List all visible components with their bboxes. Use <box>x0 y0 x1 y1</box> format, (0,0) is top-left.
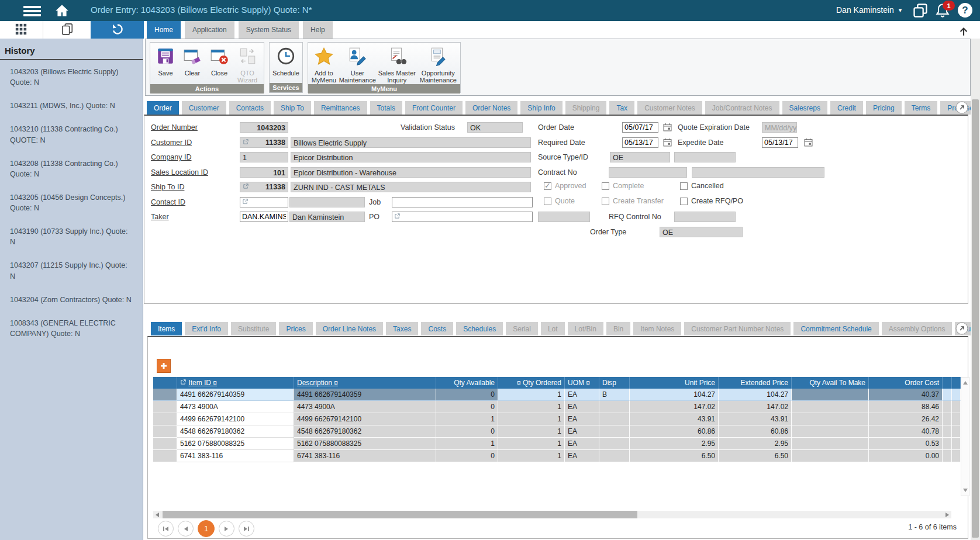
grid-header-qty-ordered[interactable]: ¤ Qty Ordered <box>498 377 565 389</box>
cell-disp[interactable] <box>599 425 630 438</box>
table-row[interactable]: 4473 4900A 4473 4900A 0 1 EA 147.02 147.… <box>153 401 961 413</box>
cell-unit-price[interactable]: 104.27 <box>630 389 719 401</box>
tab-credit[interactable]: Credit <box>830 101 863 115</box>
cell-item-id[interactable]: 5162 075880088325 <box>177 438 294 450</box>
tab-totals[interactable]: Totals <box>370 101 402 115</box>
history-item[interactable]: 1008343 (GENERAL ELECTRIC COMPANY) Quote… <box>0 311 143 345</box>
cell-extended-price[interactable]: 43.91 <box>719 413 792 425</box>
contact-id-label[interactable]: Contact ID <box>151 198 185 206</box>
table-row[interactable]: 5162 075880088325 5162 075880088325 1 1 … <box>153 438 961 450</box>
grid-vertical-scrollbar[interactable] <box>961 377 969 496</box>
cell-qty-avail-to-make[interactable] <box>792 389 869 401</box>
ship-to-id-label[interactable]: Ship To ID <box>151 183 184 191</box>
expand-order-section-icon[interactable] <box>955 101 968 116</box>
cell-qty-ordered[interactable]: 1 <box>498 401 565 413</box>
cell-description[interactable]: 6741 383-116 <box>294 450 436 462</box>
cell-uom[interactable]: EA <box>565 389 599 401</box>
tab-costs[interactable]: Costs <box>421 322 453 335</box>
row-selector-cell[interactable] <box>153 389 177 401</box>
link-out-icon[interactable] <box>243 182 249 192</box>
history-item[interactable]: 1043210 (11338 Contracting Co.) QUOTE: N <box>0 117 143 151</box>
cell-unit-price[interactable]: 147.02 <box>630 401 719 413</box>
cell-qty-ordered[interactable]: 1 <box>498 413 565 425</box>
tab-order-notes[interactable]: Order Notes <box>465 101 517 115</box>
history-item[interactable]: 1043190 (10733 Supply Inc.) Quote: N <box>0 220 143 254</box>
tab-ship-to[interactable]: Ship To <box>274 101 311 115</box>
ribbon-tab-home[interactable]: Home <box>147 21 181 39</box>
expedite-date-input[interactable] <box>764 139 796 147</box>
cell-extended-price[interactable]: 60.86 <box>719 425 792 438</box>
taker-input[interactable] <box>242 213 286 221</box>
cell-qty-available[interactable]: 0 <box>436 389 498 401</box>
scroll-right-icon[interactable] <box>943 511 951 518</box>
cell-item-id[interactable]: 4499 662679142100 <box>177 413 294 425</box>
link-out-icon[interactable] <box>180 379 187 387</box>
cell-qty-ordered[interactable]: 1 <box>498 438 565 450</box>
po-field[interactable] <box>392 212 533 222</box>
tab-contacts[interactable]: Contacts <box>229 101 271 115</box>
tab-items[interactable]: Items <box>151 322 182 335</box>
grid-header-unit-price[interactable]: Unit Price <box>630 377 719 389</box>
history-item[interactable]: 1043205 (10456 Design Concepts.) Quote: … <box>0 186 143 220</box>
grid-header-order-cost[interactable]: Order Cost <box>869 377 943 389</box>
add-line-item-button[interactable] <box>157 359 171 373</box>
tab-remittances[interactable]: Remittances <box>314 101 367 115</box>
pagination-last-button[interactable] <box>239 521 254 536</box>
pagination-prev-button[interactable] <box>178 521 194 536</box>
cell-uom[interactable]: EA <box>565 425 599 438</box>
cell-order-cost[interactable]: 88.46 <box>869 401 943 413</box>
cell-disp[interactable] <box>599 401 630 413</box>
tab-commitment-schedule[interactable]: Commitment Schedule <box>793 322 878 335</box>
hamburger-menu-icon[interactable] <box>23 4 41 18</box>
job-field[interactable] <box>392 197 533 207</box>
schedule-button[interactable]: Schedule <box>271 44 301 77</box>
cell-disp[interactable]: B <box>599 389 630 401</box>
pagination-next-button[interactable] <box>219 521 234 536</box>
save-button[interactable]: Save <box>152 44 179 77</box>
cell-qty-avail-to-make[interactable] <box>792 401 869 413</box>
row-selector-cell[interactable] <box>153 413 177 425</box>
cell-order-cost[interactable]: 40.78 <box>869 425 943 438</box>
row-selector-cell[interactable] <box>153 438 177 450</box>
calendar-icon[interactable] <box>663 123 672 133</box>
help-icon[interactable]: ? <box>958 3 972 18</box>
customer-id-label[interactable]: Customer ID <box>151 139 192 147</box>
pagination-first-button[interactable] <box>158 521 174 536</box>
history-panel-button[interactable] <box>91 21 144 39</box>
tab-salesreps[interactable]: Salesreps <box>782 101 827 115</box>
row-selector-cell[interactable] <box>153 425 177 438</box>
opportunity-maintenance-button[interactable]: Opportunity Maintenance <box>417 44 459 84</box>
cell-extended-price[interactable]: 2.95 <box>719 438 792 450</box>
cell-uom[interactable]: EA <box>565 401 599 413</box>
grid-header-extended-price[interactable]: Extended Price <box>719 377 792 389</box>
grid-horizontal-scrollbar[interactable] <box>153 511 951 518</box>
cell-item-id[interactable]: 4491 662679140359 <box>177 389 294 401</box>
home-icon[interactable] <box>54 3 70 20</box>
grid-header-description[interactable]: Description ¤ <box>294 377 436 389</box>
grid-header-item-id[interactable]: Item ID ¤ <box>177 377 294 389</box>
cell-disp[interactable] <box>599 413 630 425</box>
tab-schedules[interactable]: Schedules <box>456 322 503 335</box>
order-date-field[interactable] <box>622 122 658 133</box>
cell-qty-ordered[interactable]: 1 <box>498 450 565 462</box>
table-row[interactable]: 4491 662679140359 4491 662679140359 0 1 … <box>153 389 961 401</box>
pagination-current-page[interactable]: 1 <box>198 520 215 537</box>
create-rfq-po-checkbox[interactable]: Create RFQ/PO <box>680 197 743 205</box>
calendar-icon[interactable] <box>804 138 813 148</box>
tab-prices[interactable]: Prices <box>279 322 312 335</box>
cell-order-cost[interactable]: 40.37 <box>869 389 943 401</box>
cell-description[interactable]: 4491 662679140359 <box>294 389 436 401</box>
cell-qty-available[interactable]: 0 <box>436 401 498 413</box>
cell-qty-ordered[interactable]: 1 <box>498 425 565 438</box>
tab-customer[interactable]: Customer <box>182 101 226 115</box>
history-item[interactable]: 1043204 (Zorn Contractors) Quote: N <box>0 288 143 311</box>
link-out-icon[interactable] <box>394 213 401 221</box>
table-row[interactable]: 4548 662679180362 4548 662679180362 0 1 … <box>153 425 961 438</box>
cell-unit-price[interactable]: 60.86 <box>630 425 719 438</box>
cell-item-id[interactable]: 4473 4900A <box>177 401 294 413</box>
cell-disp[interactable] <box>599 438 630 450</box>
tab-taxes[interactable]: Taxes <box>386 322 418 335</box>
po-input[interactable] <box>402 213 530 221</box>
cell-qty-available[interactable]: 1 <box>436 438 498 450</box>
contact-id-field[interactable] <box>240 197 288 207</box>
